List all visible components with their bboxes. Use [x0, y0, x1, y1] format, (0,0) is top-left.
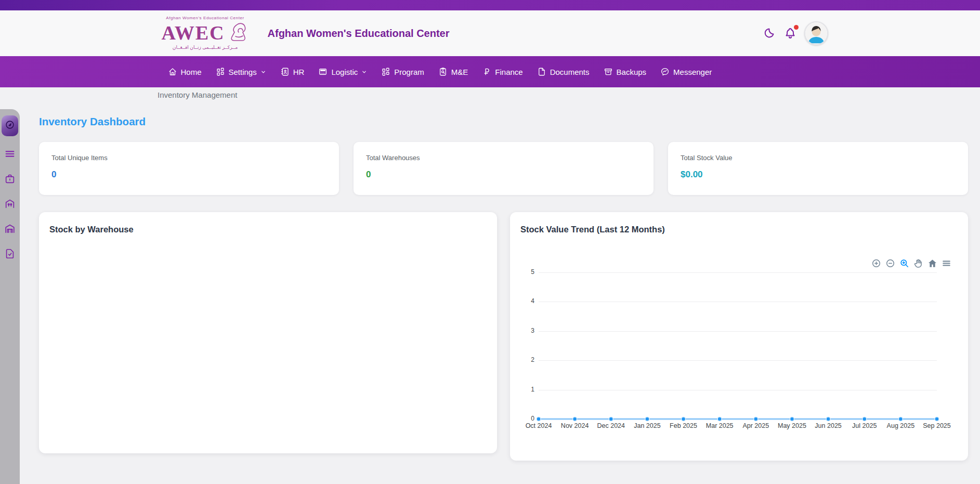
stat-label: Total Unique Items	[51, 154, 326, 162]
stat-value: 0	[366, 169, 641, 180]
reset-home-icon[interactable]	[927, 258, 937, 268]
stat-label: Total Stock Value	[681, 154, 956, 162]
user-avatar[interactable]	[804, 21, 828, 45]
x-axis-labels: Oct 2024Nov 2024Dec 2024Jan 2025Feb 2025…	[539, 422, 937, 433]
document-check-icon	[4, 248, 16, 261]
sidebar-item-dashboard-active[interactable]	[2, 115, 18, 136]
x-axis-label: Oct 2024	[526, 422, 552, 429]
y-axis-label: 3	[518, 327, 534, 334]
selection-zoom-icon[interactable]	[899, 258, 909, 268]
notification-dot	[794, 25, 799, 30]
chevron-down-icon	[260, 69, 266, 75]
nav-label: Home	[181, 68, 202, 76]
nav-label: HR	[293, 68, 305, 76]
nav-label: Messenger	[673, 68, 712, 76]
archive-icon	[604, 67, 613, 76]
stock-value-trend-panel: Stock Value Trend (Last 12 Months)	[510, 212, 968, 461]
data-point-marker[interactable]	[826, 417, 830, 421]
warehouse-pins-icon	[4, 198, 16, 212]
data-point-marker[interactable]	[573, 417, 577, 421]
y-axis-label: 2	[518, 356, 534, 363]
data-point-marker[interactable]	[645, 417, 649, 421]
data-point-marker[interactable]	[609, 417, 613, 421]
awec-logo[interactable]: Afghan Women's Educational Center AWEC م…	[162, 16, 249, 50]
x-axis-label: Apr 2025	[742, 422, 769, 429]
x-axis-label: Feb 2025	[670, 422, 697, 429]
nav-label: Finance	[495, 68, 522, 76]
stats-row: Total Unique Items 0 Total Warehouses 0 …	[39, 142, 968, 195]
dark-mode-moon-icon[interactable]	[762, 26, 776, 41]
panel-title: Stock by Warehouse	[49, 225, 134, 234]
x-axis-label: Jan 2025	[634, 422, 660, 429]
stat-card-unique-items: Total Unique Items 0	[39, 142, 339, 195]
nav-label: Logistic	[331, 68, 358, 76]
menu-icon[interactable]	[941, 258, 951, 268]
sidebar-item-menu[interactable]	[4, 149, 16, 161]
zoom-in-icon[interactable]	[871, 258, 881, 268]
sidebar-item-reports[interactable]	[4, 248, 16, 261]
panel-card-icon	[318, 67, 328, 76]
nav-item-home[interactable]: Home	[168, 67, 202, 76]
nav-item-hr[interactable]: HR	[280, 67, 305, 76]
address-book-icon	[280, 67, 290, 76]
data-point-marker[interactable]	[537, 417, 541, 421]
x-axis-label: Nov 2024	[561, 422, 589, 429]
sidebar-item-warehouse[interactable]	[4, 224, 16, 236]
data-point-marker[interactable]	[790, 417, 794, 421]
data-point-marker[interactable]	[863, 417, 867, 421]
stat-label: Total Warehouses	[366, 154, 641, 162]
nav-item-program[interactable]: Program	[381, 67, 424, 76]
home-icon	[168, 67, 177, 76]
app-header: Afghan Women's Educational Center AWEC م…	[0, 10, 980, 56]
notifications-bell-icon[interactable]	[783, 26, 798, 41]
currency-icon	[482, 67, 491, 76]
nav-item-settings[interactable]: Settings	[216, 67, 266, 76]
data-point-marker[interactable]	[898, 417, 903, 421]
stat-card-warehouses: Total Warehouses 0	[354, 142, 654, 195]
nav-label: M&E	[451, 68, 468, 76]
nav-item-logistic[interactable]: Logistic	[318, 67, 367, 76]
nav-item-me[interactable]: M&E	[438, 67, 468, 76]
apps-grid-icon	[381, 67, 390, 76]
nav-label: Documents	[550, 68, 590, 76]
zoom-out-icon[interactable]	[885, 258, 895, 268]
top-accent-strip	[0, 0, 980, 10]
y-axis-label: 1	[518, 386, 534, 393]
sidebar-item-inventory[interactable]	[4, 174, 16, 186]
y-axis-label: 0	[518, 415, 534, 422]
chevron-down-icon	[361, 69, 367, 75]
data-point-marker[interactable]	[935, 417, 939, 421]
hamburger-menu-icon	[4, 148, 16, 162]
data-point-marker[interactable]	[682, 417, 686, 421]
x-axis-label: May 2025	[778, 422, 806, 429]
stat-card-stock-value: Total Stock Value $0.00	[668, 142, 968, 195]
page-title: Inventory Dashboard	[39, 115, 968, 128]
x-axis-label: Dec 2024	[597, 422, 625, 429]
file-icon	[537, 67, 546, 76]
nav-item-documents[interactable]: Documents	[537, 67, 590, 76]
nav-label: Backups	[617, 68, 647, 76]
x-axis-label: Jul 2025	[852, 422, 877, 429]
nav-label: Settings	[229, 68, 257, 76]
messenger-icon	[660, 67, 670, 76]
nav-label: Program	[394, 68, 424, 76]
clipboard-search-icon	[438, 67, 448, 76]
nav-item-backups[interactable]: Backups	[604, 67, 647, 76]
pan-hand-icon[interactable]	[913, 258, 923, 268]
x-axis-label: Aug 2025	[887, 422, 915, 429]
stat-value: 0	[51, 169, 326, 180]
data-point-marker[interactable]	[717, 417, 722, 421]
main-navbar: Home Settings HR	[0, 56, 980, 87]
main-content: Inventory Dashboard Total Unique Items 0…	[39, 115, 968, 461]
logo-acronym: AWEC	[162, 23, 225, 42]
trend-plot-area[interactable]: 012345	[539, 272, 937, 419]
nav-item-finance[interactable]: Finance	[482, 67, 522, 76]
nav-item-messenger[interactable]: Messenger	[660, 67, 712, 76]
mother-child-figure-icon	[226, 21, 249, 46]
stock-by-warehouse-panel: Stock by Warehouse	[39, 212, 497, 453]
logo-top-text: Afghan Women's Educational Center	[166, 16, 244, 21]
data-point-marker[interactable]	[754, 417, 758, 421]
sidebar-item-warehouse-locations[interactable]	[4, 199, 16, 211]
y-axis-label: 4	[518, 297, 534, 305]
x-axis-label: Sep 2025	[923, 422, 951, 429]
